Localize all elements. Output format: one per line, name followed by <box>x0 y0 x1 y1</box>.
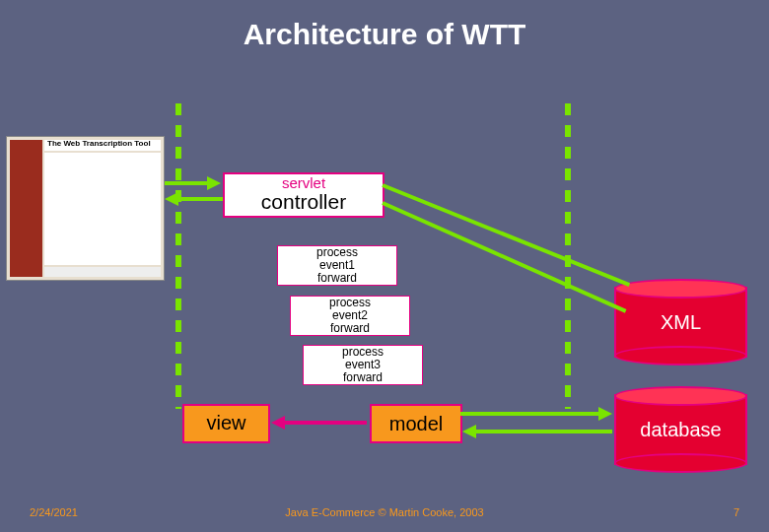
arrow-model-view <box>283 421 367 425</box>
arrow-model-view-head <box>271 416 285 430</box>
arrow-ctrl-xml-2 <box>382 201 626 312</box>
wtt-screenshot: The Web Transcription Tool <box>6 136 165 281</box>
event-box-2: process event2 forward <box>290 296 410 336</box>
arrow-response-head <box>165 192 178 206</box>
arrow-request <box>165 181 209 185</box>
footer-credit: Java E-Commerce © Martin Cooke, 2003 <box>0 506 769 518</box>
arrow-model-db-1-head <box>598 407 612 421</box>
footer-page: 7 <box>734 506 739 518</box>
view-box: view <box>182 404 270 443</box>
arrow-model-db-2-head <box>462 425 476 438</box>
forward-label: forward <box>278 272 396 285</box>
arrow-request-head <box>207 176 221 190</box>
arrow-model-db-2 <box>474 430 612 433</box>
screenshot-banner: The Web Transcription Tool <box>44 140 161 151</box>
event-box-1: process event1 forward <box>277 245 397 286</box>
event-box-3: process event3 forward <box>303 345 423 385</box>
database-label: database <box>614 386 747 473</box>
slide-title: Architecture of WTT <box>0 18 769 51</box>
controller-box: servlet controller <box>223 172 384 218</box>
arrow-response <box>176 197 223 201</box>
model-box: model <box>370 404 462 443</box>
forward-label: forward <box>291 322 409 335</box>
arrow-model-db-1 <box>460 412 600 416</box>
xml-label: XML <box>614 279 747 366</box>
forward-label: forward <box>304 371 422 384</box>
arrow-ctrl-xml-1 <box>382 183 630 287</box>
database-cylinder: database <box>614 386 747 473</box>
controller-label: controller <box>225 192 383 212</box>
tier-divider-1 <box>175 103 181 409</box>
xml-cylinder: XML <box>614 279 747 366</box>
